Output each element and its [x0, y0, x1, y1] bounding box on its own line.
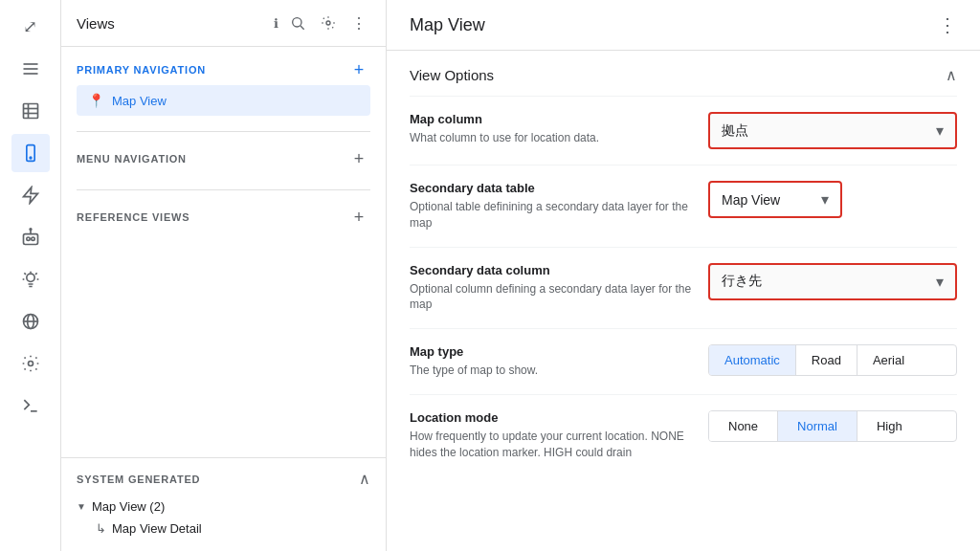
nav-item-map-view[interactable]: 📍 Map View: [77, 85, 370, 116]
nav-header: Views ℹ ⋮: [61, 0, 386, 47]
map-type-aerial-button[interactable]: Aerial: [858, 345, 920, 375]
primary-nav-header: PRIMARY NAVIGATION +: [77, 58, 370, 81]
nav-panel: Views ℹ ⋮ PRIMARY NAVIGATION + 📍 Map Vie…: [61, 0, 387, 551]
primary-nav-title: PRIMARY NAVIGATION: [77, 64, 206, 76]
map-pin-icon: 📍: [88, 93, 104, 108]
bolt-icon[interactable]: [11, 176, 50, 214]
location-mode-label-col: Location mode How frequently to update y…: [410, 410, 693, 461]
ref-views-section: REFERENCE VIEWS +: [61, 198, 386, 240]
svg-marker-9: [23, 187, 37, 204]
expand-icon: ▼: [77, 501, 86, 512]
secondary-column-dropdown[interactable]: 行き先 ▾: [708, 263, 957, 300]
bot-icon[interactable]: [11, 218, 50, 256]
settings-nav-icon[interactable]: [317, 11, 340, 34]
secondary-table-desc: Optional table definining a secondary da…: [410, 199, 693, 231]
secondary-column-control: 行き先 ▾: [708, 263, 957, 300]
location-mode-label: Location mode: [410, 410, 693, 425]
more-vert-icon[interactable]: ⋮: [347, 11, 370, 34]
svg-point-12: [31, 237, 33, 240]
main-header: Map View ⋮: [387, 0, 980, 51]
nav-divider-1: [77, 131, 370, 132]
map-type-row: Map type The type of map to show. Automa…: [410, 328, 957, 394]
svg-rect-3: [23, 104, 37, 119]
system-map-view-detail-item[interactable]: ↳ Map View Detail: [77, 518, 370, 540]
view-options-header: View Options ∧: [410, 51, 957, 96]
system-generated-title: SYSTEM GENERATED: [77, 474, 200, 485]
system-item-label-2: Map View Detail: [112, 521, 202, 536]
system-item-label-1: Map View (2): [92, 499, 165, 514]
location-mode-desc: How frequently to update your current lo…: [410, 429, 693, 461]
main-content: View Options ∧ Map column What column to…: [387, 51, 980, 551]
terminal-icon[interactable]: [11, 386, 50, 425]
map-type-button-group: Automatic Road Aerial: [708, 344, 957, 376]
share-icon[interactable]: ⤢: [11, 8, 50, 46]
ref-views-title: REFERENCE VIEWS: [77, 211, 189, 223]
secondary-table-dropdown[interactable]: Map View ▾: [708, 181, 842, 218]
secondary-table-row: Secondary data table Optional table defi…: [410, 165, 957, 247]
svg-line-26: [301, 26, 304, 30]
settings-icon[interactable]: [11, 344, 50, 383]
info-icon[interactable]: ℹ: [274, 16, 278, 31]
map-type-automatic-button[interactable]: Automatic: [709, 345, 796, 375]
svg-point-27: [326, 21, 330, 25]
location-normal-button[interactable]: Normal: [778, 411, 858, 441]
map-column-row: Map column What column to use for locati…: [410, 96, 957, 165]
menu-nav-section: MENU NAVIGATION +: [61, 140, 386, 182]
phone-icon[interactable]: [11, 134, 50, 172]
menu-nav-title: MENU NAVIGATION: [77, 153, 187, 165]
secondary-table-label-col: Secondary data table Optional table defi…: [410, 181, 693, 231]
view-options-title: View Options: [410, 67, 494, 83]
location-high-button[interactable]: High: [858, 411, 922, 441]
secondary-table-control: Map View ▾: [708, 181, 957, 218]
map-type-road-button[interactable]: Road: [796, 345, 858, 375]
system-map-view-2-item[interactable]: ▼ Map View (2): [77, 496, 370, 518]
location-mode-row: Location mode How frequently to update y…: [410, 394, 957, 476]
system-generated-header: SYSTEM GENERATED ∧: [77, 470, 370, 488]
map-column-control: 拠点 ▾: [708, 112, 957, 149]
secondary-column-label: Secondary data column: [410, 263, 693, 277]
nav-item-map-view-label: Map View: [112, 94, 167, 108]
map-type-label: Map type: [410, 344, 693, 359]
svg-point-13: [30, 229, 32, 231]
nav-bottom: SYSTEM GENERATED ∧ ▼ Map View (2) ↳ Map …: [61, 457, 386, 551]
menu-nav-add-button[interactable]: +: [347, 147, 370, 170]
secondary-column-desc: Optional column defining a secondary dat…: [410, 281, 693, 314]
svg-line-17: [35, 273, 37, 275]
primary-nav-add-button[interactable]: +: [347, 58, 370, 81]
primary-nav-section: PRIMARY NAVIGATION + 📍 Map View: [61, 47, 386, 123]
secondary-table-value: Map View: [722, 192, 780, 208]
map-column-value: 拠点: [722, 122, 748, 140]
secondary-column-arrow-icon: ▾: [936, 273, 944, 291]
nav-panel-title: Views: [77, 15, 266, 32]
nav-divider-2: [77, 189, 370, 190]
ref-views-add-button[interactable]: +: [347, 206, 370, 229]
globe-icon[interactable]: [11, 302, 50, 341]
bulb-icon[interactable]: [11, 260, 50, 298]
secondary-table-arrow-icon: ▾: [821, 190, 829, 209]
svg-point-25: [293, 18, 301, 27]
svg-point-8: [30, 157, 32, 159]
main-more-icon[interactable]: ⋮: [938, 13, 957, 36]
menu-nav-header: MENU NAVIGATION +: [77, 147, 370, 170]
view-options-collapse-icon[interactable]: ∧: [946, 66, 957, 84]
svg-point-14: [26, 274, 33, 281]
map-column-dropdown[interactable]: 拠点 ▾: [708, 112, 957, 149]
collapse-system-icon[interactable]: ∧: [359, 470, 370, 488]
table-icon[interactable]: [11, 92, 50, 130]
secondary-table-label: Secondary data table: [410, 181, 693, 195]
svg-point-23: [28, 362, 33, 366]
list-icon[interactable]: [11, 50, 50, 88]
main-panel-title: Map View: [410, 15, 938, 35]
svg-rect-10: [23, 234, 37, 245]
svg-point-11: [26, 237, 29, 240]
map-type-control: Automatic Road Aerial: [708, 344, 957, 376]
nav-header-icons: ⋮: [286, 11, 370, 34]
secondary-column-value: 行き先: [722, 273, 762, 290]
location-mode-button-group: None Normal High: [708, 410, 957, 442]
map-type-label-col: Map type The type of map to show.: [410, 344, 693, 379]
map-column-desc: What column to use for location data.: [410, 130, 693, 146]
location-none-button[interactable]: None: [709, 411, 778, 441]
search-icon[interactable]: [286, 11, 309, 34]
secondary-column-row: Secondary data column Optional column de…: [410, 247, 957, 329]
svg-line-16: [24, 273, 26, 275]
